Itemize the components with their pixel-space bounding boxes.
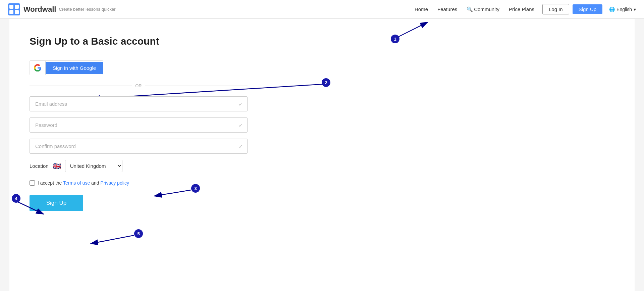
globe-icon: 🌐 [609, 7, 615, 12]
svg-rect-2 [15, 5, 19, 9]
search-icon: 🔍 [467, 6, 473, 12]
terms-checkbox[interactable] [30, 180, 35, 186]
signup-nav-button[interactable]: Sign Up [573, 4, 602, 14]
nav-home[interactable]: Home [415, 6, 428, 12]
svg-text:4: 4 [15, 196, 17, 201]
svg-point-16 [12, 194, 20, 203]
login-button[interactable]: Log In [542, 4, 569, 14]
signup-main-button[interactable]: Sign Up [30, 195, 83, 211]
password-check-icon: ✓ [238, 122, 243, 128]
logo-icon [8, 3, 20, 15]
location-label: Location [30, 163, 49, 169]
svg-text:5: 5 [137, 231, 140, 236]
email-field-container: ✓ [30, 96, 248, 111]
confirm-check-icon: ✓ [238, 143, 243, 149]
language-selector[interactable]: 🌐 English ▾ [609, 7, 636, 12]
language-label: English [616, 7, 632, 12]
svg-line-6 [397, 22, 428, 37]
navbar: Wordwall Create better lessons quicker H… [0, 0, 644, 19]
svg-rect-4 [15, 10, 19, 14]
terms-label[interactable]: I accept the Terms of use and Privacy po… [38, 180, 129, 186]
google-btn-label: Sign in with Google [46, 62, 103, 74]
navbar-actions: Log In Sign Up 🌐 English ▾ [542, 4, 636, 14]
password-input[interactable] [30, 117, 248, 133]
svg-text:2: 2 [325, 80, 327, 85]
logo-link[interactable]: Wordwall [8, 3, 56, 15]
and-text: and [91, 180, 99, 186]
logo-text: Wordwall [23, 5, 56, 14]
terms-text: I accept the [38, 180, 62, 186]
chevron-down-icon: ▾ [634, 7, 636, 12]
flag-uk-icon: 🇬🇧 [53, 162, 61, 170]
email-input[interactable] [30, 96, 248, 111]
svg-rect-1 [9, 5, 13, 9]
nav-price-plans[interactable]: Price Plans [509, 6, 534, 12]
or-divider: OR [30, 83, 248, 88]
logo-tagline: Create better lessons quicker [59, 7, 115, 12]
svg-line-18 [91, 235, 134, 244]
google-signin-button[interactable]: Sign in with Google [30, 60, 103, 75]
confirm-password-field-container: ✓ [30, 139, 248, 154]
location-row: Location 🇬🇧 United Kingdom United States… [30, 160, 614, 172]
google-icon [34, 64, 41, 71]
password-field-container: ✓ [30, 117, 248, 133]
svg-rect-3 [9, 10, 13, 14]
svg-point-10 [322, 78, 330, 87]
svg-text:3: 3 [194, 186, 197, 191]
page-title: Sign Up to a Basic account [30, 36, 614, 47]
main-content: 1 2 3 4 5 Sign Up to a Basic account [9, 19, 635, 291]
google-icon-box [30, 61, 46, 75]
confirm-password-input[interactable] [30, 139, 248, 154]
svg-point-19 [134, 229, 143, 238]
nav-community[interactable]: 🔍 Community [467, 6, 499, 12]
terms-of-use-link[interactable]: Terms of use [63, 180, 90, 186]
email-check-icon: ✓ [238, 101, 243, 107]
nav-features[interactable]: Features [437, 6, 457, 12]
privacy-policy-link[interactable]: Privacy policy [100, 180, 129, 186]
or-text: OR [135, 83, 142, 88]
svg-line-12 [154, 190, 191, 196]
annotations-overlay: 1 2 3 4 5 [9, 19, 635, 291]
location-select[interactable]: United Kingdom United States Canada Aust… [65, 160, 122, 172]
nav-links: Home Features 🔍 Community Price Plans [415, 6, 534, 12]
terms-row: I accept the Terms of use and Privacy po… [30, 180, 614, 186]
